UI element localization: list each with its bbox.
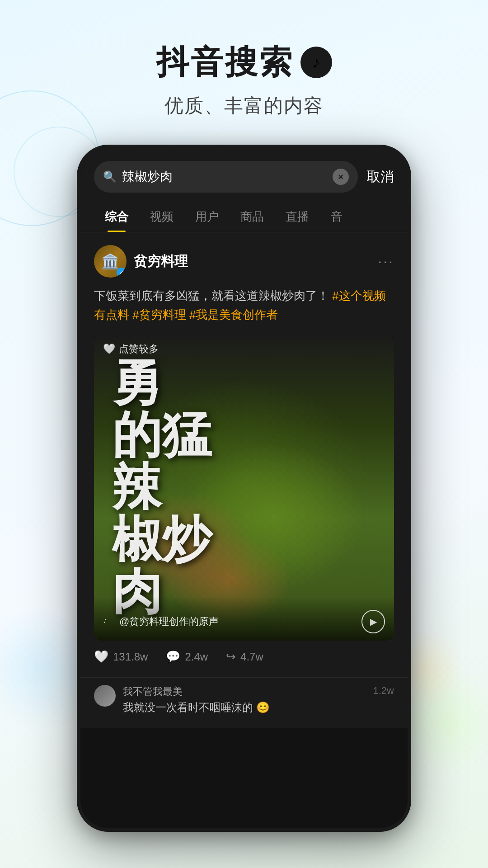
search-icon: 🔍 — [103, 170, 117, 183]
search-clear-button[interactable]: × — [333, 169, 349, 185]
comment-engage-icon: 💬 — [166, 650, 180, 664]
likes-count: 131.8w — [113, 651, 148, 663]
user-info: 🏛️ ✓ 贫穷料理 — [94, 245, 188, 278]
tab-user[interactable]: 用户 — [184, 202, 230, 232]
comment-row: 我不管我最美 1.2w 我就没一次看时不咽唾沫的 😊 — [94, 685, 394, 715]
tab-comprehensive[interactable]: 综合 — [94, 202, 139, 232]
post-description: 下饭菜到底有多凶猛，就看这道辣椒炒肉了！ #这个视频有点料 #贫穷料理 #我是美… — [94, 287, 394, 324]
comment-username-row: 我不管我最美 1.2w — [123, 685, 394, 698]
video-title-overlay: 勇的猛辣椒炒肉 — [94, 333, 394, 641]
app-subtitle: 优质、丰富的内容 — [0, 93, 488, 118]
commenter-name: 我不管我最美 — [123, 685, 183, 698]
tiktok-music-icon: ♪ — [312, 53, 320, 72]
phone-mockup: 🔍 辣椒炒肉 × 取消 综合 视频 用户 商品 直播 音 — [77, 145, 411, 832]
audio-label: @贫穷料理创作的原声 — [119, 615, 219, 628]
comment-text: 我就没一次看时不咽唾沫的 😊 — [123, 700, 394, 715]
tab-video[interactable]: 视频 — [139, 202, 184, 232]
search-bar-row: 🔍 辣椒炒肉 × 取消 — [94, 161, 394, 193]
app-title-row: 抖音搜索 ♪ — [0, 41, 488, 84]
comments-count-item[interactable]: 💬 2.4w — [166, 650, 208, 664]
likes-count-item[interactable]: 🤍 131.8w — [94, 650, 148, 664]
username-label[interactable]: 贫穷料理 — [134, 252, 188, 271]
heart-engage-icon: 🤍 — [94, 650, 108, 664]
result-card: 🏛️ ✓ 贫穷料理 ··· 下饭菜到底有多凶猛，就看这道辣椒炒肉了！ #这个视频… — [80, 232, 408, 677]
search-area: 🔍 辣椒炒肉 × 取消 — [80, 148, 408, 193]
more-options-button[interactable]: ··· — [378, 253, 394, 270]
tiktok-small-icon: ♪ — [103, 616, 115, 627]
comment-preview-section: 我不管我最美 1.2w 我就没一次看时不咽唾沫的 😊 — [80, 677, 408, 728]
tab-product[interactable]: 商品 — [230, 202, 275, 232]
comment-like-count: 1.2w — [373, 685, 394, 698]
post-text: 下饭菜到底有多凶猛，就看这道辣椒炒肉了！ — [94, 289, 329, 302]
header-section: 抖音搜索 ♪ 优质、丰富的内容 — [0, 0, 488, 137]
commenter-avatar — [94, 685, 116, 707]
play-button[interactable]: ▶ — [361, 610, 385, 633]
tab-live[interactable]: 直播 — [275, 202, 320, 232]
search-query-text: 辣椒炒肉 — [122, 168, 327, 185]
audio-info: ♪ @贫穷料理创作的原声 — [103, 615, 219, 628]
tabs-row: 综合 视频 用户 商品 直播 音 — [80, 193, 408, 232]
tiktok-logo-badge: ♪ — [300, 47, 332, 78]
shares-count: 4.7w — [240, 651, 263, 663]
engagement-row: 🤍 131.8w 💬 2.4w ↪ 4.7w — [94, 641, 394, 668]
video-bottom-bar: ♪ @贫穷料理创作的原声 ▶ — [94, 596, 394, 641]
video-big-title: 勇的猛辣椒炒肉 — [112, 356, 211, 618]
search-cancel-button[interactable]: 取消 — [367, 168, 394, 186]
hashtag-3[interactable]: #我是美食创作者 — [189, 308, 278, 321]
share-engage-icon: ↪ — [226, 650, 236, 664]
tab-audio[interactable]: 音 — [320, 202, 353, 232]
app-title: 抖音搜索 — [156, 41, 294, 84]
phone-screen: 🔍 辣椒炒肉 × 取消 综合 视频 用户 商品 直播 音 — [80, 148, 408, 828]
hashtag-2[interactable]: #贫穷料理 — [132, 308, 186, 321]
verified-badge: ✓ — [117, 268, 127, 278]
avatar: 🏛️ ✓ — [94, 245, 127, 278]
comments-count: 2.4w — [185, 651, 208, 663]
comment-content: 我不管我最美 1.2w 我就没一次看时不咽唾沫的 😊 — [123, 685, 394, 715]
user-row: 🏛️ ✓ 贫穷料理 ··· — [94, 245, 394, 278]
search-input-container[interactable]: 🔍 辣椒炒肉 × — [94, 161, 358, 193]
shares-count-item[interactable]: ↪ 4.7w — [226, 650, 263, 664]
phone-frame: 🔍 辣椒炒肉 × 取消 综合 视频 用户 商品 直播 音 — [77, 145, 411, 832]
video-thumbnail[interactable]: 🤍 点赞较多 勇的猛辣椒炒肉 ♪ @贫穷料理创作的原声 — [94, 333, 394, 641]
